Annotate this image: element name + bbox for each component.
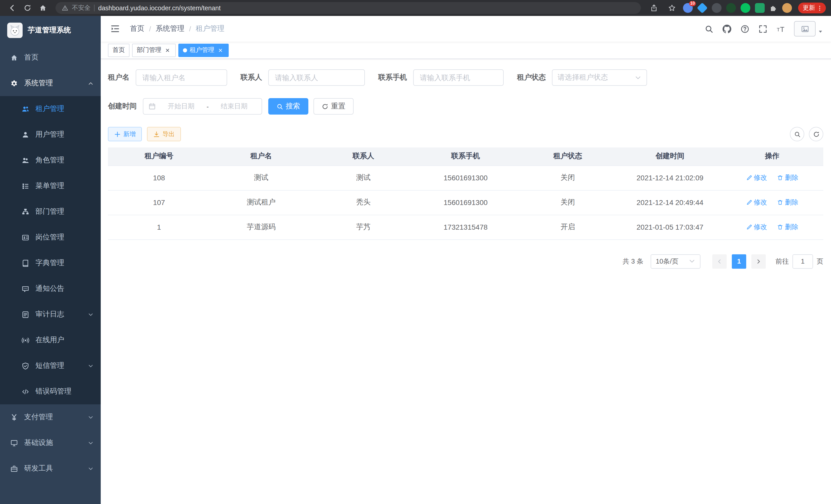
sidebar-item[interactable]: 审计日志 (0, 302, 101, 327)
sidebar-item[interactable]: 首页 (0, 45, 101, 70)
status-select[interactable]: 请选择租户状态 (552, 69, 647, 86)
chevron-down-icon (88, 440, 93, 446)
tab[interactable]: 租户管理 (178, 43, 229, 57)
cell-phone: 15601691300 (414, 166, 517, 190)
search-button-label: 搜索 (286, 102, 300, 111)
sidebar-item[interactable]: 字典管理 (0, 250, 101, 276)
sidebar-item[interactable]: 用户管理 (0, 122, 101, 147)
sidebar-item-label: 错误码管理 (35, 387, 71, 396)
online-icon (22, 336, 29, 344)
end-date-input[interactable]: 结束日期 (212, 102, 256, 111)
create-time-label: 创建时间 (108, 102, 137, 111)
search-icon (277, 103, 283, 110)
breadcrumb-item[interactable]: 租户管理 (196, 24, 225, 33)
tool-icon (10, 465, 18, 472)
tenant-icon (22, 105, 29, 113)
prev-page-button[interactable] (712, 254, 727, 268)
sidebar-item[interactable]: 在线用户 (0, 327, 101, 353)
contact-input[interactable] (268, 69, 365, 86)
browser-profile-avatar[interactable] (782, 3, 792, 13)
phone-input[interactable] (413, 69, 504, 86)
extension-icon[interactable] (726, 3, 736, 13)
cell-actions: 修改 删除 (721, 166, 823, 190)
edit-label: 修改 (754, 173, 767, 182)
goto-page-input[interactable] (793, 254, 813, 268)
extension-icon[interactable] (755, 3, 765, 13)
close-icon[interactable] (217, 47, 224, 54)
reset-button[interactable]: 重置 (314, 98, 353, 115)
font-size-icon[interactable]: TT (772, 24, 790, 33)
delete-button[interactable]: 删除 (777, 198, 798, 207)
tab-label: 租户管理 (190, 46, 214, 55)
create-time-range[interactable]: 开始日期 - 结束日期 (143, 98, 262, 115)
sidebar-item[interactable]: 部门管理 (0, 199, 101, 225)
github-icon[interactable] (718, 24, 736, 33)
browser-home-button[interactable] (36, 2, 49, 14)
table-header-cell: 租户编号 (108, 147, 210, 166)
tab[interactable]: 首页 (108, 43, 130, 57)
extension-icon[interactable] (712, 3, 721, 13)
extension-icon[interactable] (697, 3, 708, 13)
sidebar-item-label: 研发工具 (24, 464, 53, 473)
table-refresh-button[interactable] (809, 127, 823, 141)
export-button[interactable]: 导出 (147, 127, 181, 141)
table-header-cell: 租户状态 (517, 147, 619, 166)
help-icon[interactable] (736, 24, 754, 33)
sidebar-item-label: 岗位管理 (35, 233, 64, 242)
sidebar-item-label: 通知公告 (35, 284, 64, 293)
sidebar-item[interactable]: 基础设施 (0, 430, 101, 456)
browser-back-button[interactable] (5, 2, 19, 14)
start-date-input[interactable]: 开始日期 (159, 102, 203, 111)
home-icon (10, 54, 18, 61)
update-label: 更新 (803, 4, 815, 12)
table-header-cell: 租户名 (210, 147, 312, 166)
sidebar-item[interactable]: 短信管理 (0, 353, 101, 379)
bookmark-star-icon[interactable] (665, 2, 678, 14)
sidebar-collapse-icon[interactable] (109, 24, 122, 33)
sms-icon (22, 362, 29, 369)
caret-down-icon[interactable] (818, 29, 823, 34)
sidebar-item[interactable]: 菜单管理 (0, 173, 101, 199)
tab[interactable]: 部门管理 (132, 43, 176, 57)
sidebar-item[interactable]: 支付管理 (0, 404, 101, 430)
security-warning-icon[interactable] (62, 5, 68, 11)
tenant-name-input[interactable] (136, 69, 227, 86)
close-icon[interactable] (164, 47, 171, 54)
goto-page: 前往 页 (775, 254, 823, 268)
add-button[interactable]: 新增 (108, 127, 142, 141)
avatar[interactable] (794, 21, 815, 36)
logo[interactable]: 芋道管理系统 (0, 16, 101, 45)
update-button[interactable]: 更新 (798, 3, 826, 13)
chevron-down-icon (88, 466, 93, 471)
edit-button[interactable]: 修改 (746, 198, 767, 207)
address-bar[interactable]: 不安全 dashboard.yudao.iocoder.cn/system/te… (56, 2, 641, 14)
extension-icon[interactable] (741, 3, 750, 13)
extension-icon[interactable]: 10 (683, 3, 693, 13)
edit-button[interactable]: 修改 (746, 173, 767, 182)
share-icon[interactable] (647, 2, 660, 14)
breadcrumb-label: 首页 (130, 24, 144, 33)
sidebar-item[interactable]: 通知公告 (0, 276, 101, 302)
sidebar-menu: 首页 系统管理 租户管理 (0, 45, 101, 481)
breadcrumb-item[interactable]: 首页 / (130, 24, 156, 33)
fullscreen-icon[interactable] (754, 24, 772, 33)
browser-reload-button[interactable] (21, 2, 34, 14)
page-number[interactable]: 1 (732, 254, 746, 268)
extensions-puzzle-icon[interactable] (769, 4, 778, 12)
svg-text:T: T (777, 27, 780, 32)
next-page-button[interactable] (751, 254, 766, 268)
sidebar-item[interactable]: 研发工具 (0, 456, 101, 481)
search-button[interactable]: 搜索 (268, 98, 308, 115)
page-size-select[interactable]: 10条/页 (651, 254, 700, 268)
sidebar-item[interactable]: 角色管理 (0, 147, 101, 173)
sidebar-item[interactable]: 错误码管理 (0, 379, 101, 404)
delete-button[interactable]: 删除 (777, 173, 798, 182)
sidebar-item[interactable]: 租户管理 (0, 96, 101, 122)
search-icon[interactable] (700, 24, 718, 33)
edit-button[interactable]: 修改 (746, 223, 767, 232)
toggle-search-button[interactable] (790, 127, 804, 141)
delete-button[interactable]: 删除 (777, 223, 798, 232)
sidebar-item[interactable]: 岗位管理 (0, 225, 101, 250)
breadcrumb-item[interactable]: 系统管理 / (156, 24, 196, 33)
sidebar-item[interactable]: 系统管理 (0, 70, 101, 96)
